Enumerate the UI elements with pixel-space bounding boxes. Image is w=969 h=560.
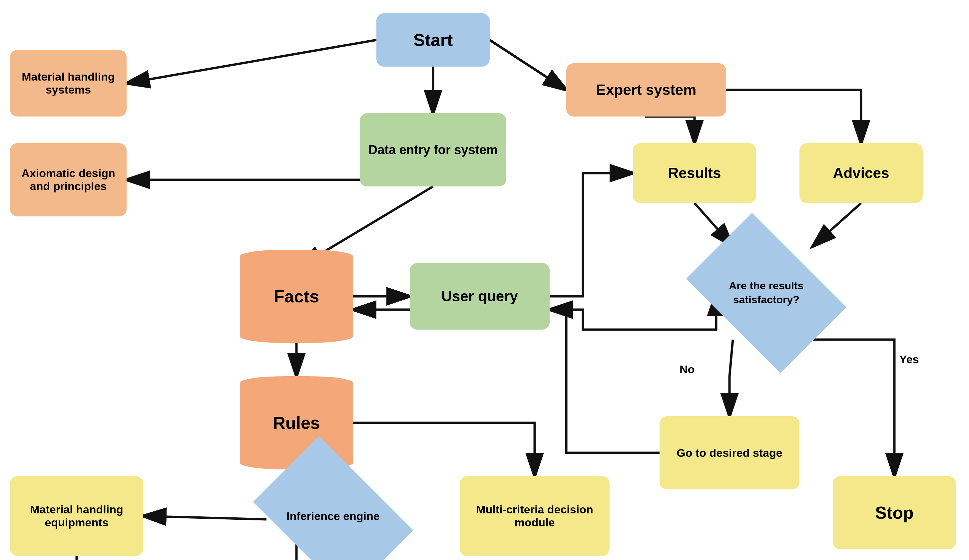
flowchart: Start Expert system Material handling sy… (0, 0, 969, 560)
svg-line-11 (813, 203, 861, 246)
mh-equip-node: Material handling equipments (10, 476, 143, 556)
rules-label: Rules (273, 413, 320, 433)
multi-criteria-node: Multi-criteria decision module (460, 476, 609, 556)
mh-systems-node: Material handling systems (10, 50, 127, 116)
advices-node: Advices (799, 143, 923, 203)
results-node: Results (633, 143, 756, 203)
expert-system-label: Expert system (596, 81, 696, 98)
svg-line-4 (489, 40, 566, 90)
user-query-node: User query (410, 263, 549, 330)
expert-system-node: Expert system (566, 63, 726, 116)
svg-line-5 (127, 40, 376, 83)
stop-node: Stop (833, 476, 956, 549)
facts-node: Facts (240, 250, 353, 343)
user-query-label: User query (441, 288, 518, 305)
satisfactory-node: Are the results satisfactory? (686, 213, 846, 373)
start-node: Start (376, 13, 489, 66)
start-label: Start (413, 30, 453, 50)
advices-label: Advices (833, 165, 889, 181)
mh-equip-label: Material handling equipments (10, 503, 143, 529)
multi-criteria-label: Multi-criteria decision module (460, 503, 609, 529)
mh-systems-label: Material handling systems (10, 70, 127, 96)
facts-label: Facts (274, 286, 319, 306)
inference-engine-label: Inferience engine (276, 509, 390, 523)
results-label: Results (668, 165, 721, 181)
go-to-label: Go to desired stage (676, 447, 782, 459)
data-entry-node: Data entry for system (360, 113, 506, 186)
axiomatic-node: Axiomatic design and principles (10, 143, 127, 216)
go-to-node: Go to desired stage (659, 416, 799, 489)
stop-label: Stop (875, 503, 914, 523)
yes-label: Yes (899, 353, 919, 366)
axiomatic-label: Axiomatic design and principles (10, 167, 127, 193)
data-entry-label: Data entry for system (368, 143, 498, 157)
svg-line-3 (489, 40, 566, 90)
no-label: No (679, 363, 694, 376)
satisfactory-label: Are the results satisfactory? (706, 279, 826, 307)
svg-line-13 (143, 516, 266, 519)
